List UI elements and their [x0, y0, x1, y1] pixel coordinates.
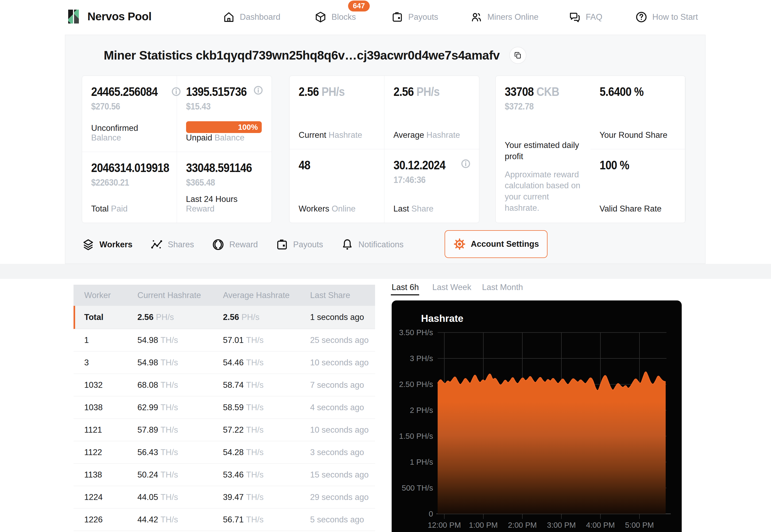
valid-share-rate-value: 100 % [600, 158, 629, 172]
y-axis-tick-label: 3.50 PH/s [399, 328, 433, 337]
x-axis-tick-label: 2:00 PM [508, 521, 537, 529]
round-share-value: 5.6400 % [600, 84, 644, 99]
y-axis-tick-label: 500 TH/s [402, 484, 433, 492]
question-icon [635, 11, 648, 23]
card-label: Workers Online [299, 204, 375, 214]
last-share-card: 30.12.2024 17:46:36 Last Share [384, 149, 479, 223]
last-24-hours-reward-usd: $365.48 [186, 177, 254, 188]
table-row: 103862.99TH/s58.59TH/s4 seconds ago [73, 396, 375, 419]
column-header-current-hashrate: Current Hashrate [137, 291, 223, 300]
chart-range-tab-last-week[interactable]: Last Week [432, 283, 471, 292]
chart-range-tab-last-6h[interactable]: Last 6h [392, 283, 419, 292]
round-share-card: 5.6400 % Your Round Share [591, 76, 686, 149]
table-row: 354.98TH/s54.46TH/s10 seconds ago [73, 351, 375, 374]
nav-item-dashboard[interactable]: Dashboard [223, 9, 281, 26]
table-row: 112256.43TH/s54.28TH/s3 seconds ago [73, 441, 375, 464]
table-header: Worker Current Hashrate Average Hashrate… [73, 285, 375, 306]
average-hashrate-card: 2.56 PH/s Average Hashrate [384, 76, 479, 149]
daily-profit-title: Your estimated daily profit [505, 140, 582, 162]
table-row: 122444.05TH/s39.47TH/s29 seconds ago [73, 486, 375, 508]
gear-icon [453, 238, 466, 251]
daily-profit-value: 33708 CKB [505, 84, 559, 99]
workers-online-value: 48 [299, 158, 310, 172]
table-row: 103268.08TH/s58.74TH/s7 seconds ago [73, 374, 375, 396]
chart-title: Hashrate [421, 313, 463, 324]
tab-reward[interactable]: Reward [212, 238, 258, 251]
card-label: Last 24 Hours Reward [186, 194, 263, 214]
unpaid-balance-card: 1395.515736 $15.43 100% Unpaid Balance [177, 76, 272, 152]
chart-range-tab-last-month[interactable]: Last Month [482, 283, 523, 292]
card-label: Unpaid Balance [186, 133, 263, 143]
card-label: Valid Share Rate [600, 204, 676, 214]
workers-table: Worker Current Hashrate Average Hashrate… [73, 285, 375, 531]
table-row-total: Total 2.56PH/s 2.56PH/s 1 seconds ago [73, 306, 375, 329]
worker-rows: 154.98TH/s57.01TH/s25 seconds ago354.98T… [73, 329, 375, 531]
wallet-icon [276, 238, 289, 251]
current-hashrate-card: 2.56 PH/s Current Hashrate [290, 76, 384, 149]
nav-item-faq[interactable]: FAQ [568, 9, 602, 26]
tab-notifications[interactable]: Notifications [341, 238, 404, 251]
info-icon[interactable] [253, 85, 264, 96]
unconfirmed-balance-card: 24465.256084 $270.56 Unconfirmed Balance [82, 76, 177, 152]
last-share-date: 30.12.2024 [394, 158, 445, 172]
card-label: Current Hashrate [299, 130, 375, 140]
tab-payouts[interactable]: Payouts [276, 238, 323, 251]
last-24-hours-reward-card: 33048.591146 $365.48 Last 24 Hours Rewar… [177, 152, 272, 223]
tab-workers[interactable]: Workers [82, 238, 132, 251]
brand-name: Nervos Pool [87, 10, 151, 23]
balance-cards: 24465.256084 $270.56 Unconfirmed Balance… [82, 76, 272, 223]
tab-account-settings[interactable]: Account Settings [445, 230, 547, 258]
card-label: Unconfirmed Balance [91, 123, 167, 143]
column-header-average-hashrate: Average Hashrate [223, 291, 310, 300]
x-axis-tick-label: 3:00 PM [547, 521, 576, 529]
y-axis-tick-label: 2.50 PH/s [399, 380, 433, 389]
nav-item-how-to-start[interactable]: How to Start [635, 9, 698, 26]
copy-address-button[interactable] [509, 47, 526, 64]
nav-item-miners-online[interactable]: Miners Online [470, 9, 538, 26]
nav-item-payouts[interactable]: Payouts [391, 9, 438, 26]
brand[interactable]: Nervos Pool [65, 8, 151, 25]
table-row: 113850.24TH/s53.46TH/s15 seconds ago [73, 464, 375, 486]
daily-profit-usd: $372.78 [505, 101, 572, 112]
reward-icon [212, 238, 225, 251]
share-cards: 5.6400 % Your Round Share 33708 CKB $372… [495, 76, 686, 223]
column-header-worker: Worker [84, 291, 137, 300]
unpaid-balance-usd: $15.43 [186, 101, 254, 112]
blocks-count-badge: 647 [348, 1, 370, 11]
workers-online-card: 48 Workers Online [290, 149, 384, 223]
unpaid-balance-value: 1395.515736 [186, 84, 247, 99]
chart-range-active-underline [391, 294, 419, 295]
cube-icon [314, 11, 327, 23]
card-label: Your Round Share [600, 130, 676, 140]
page-title: Miner Statistics ckb1qyqd739wn25hq8q6v…c… [104, 48, 500, 62]
column-header-last-share: Last Share [310, 291, 375, 300]
x-axis-tick-label: 5:00 PM [625, 521, 654, 529]
miners-icon [470, 11, 482, 23]
top-nav: Nervos Pool Dashboard Blocks 647 Payout [0, 0, 771, 35]
info-icon[interactable] [460, 158, 471, 169]
section-tabs: Workers Shares [82, 230, 421, 259]
copy-icon [514, 51, 522, 59]
x-axis-tick-label: 1:00 PM [469, 521, 498, 529]
daily-profit-description: Approximate reward calculation based on … [505, 169, 582, 214]
tab-shares[interactable]: Shares [150, 238, 194, 251]
hashrate-cards: 2.56 PH/s Current Hashrate 2.56 PH/s Ave… [289, 76, 479, 223]
nervos-logo-icon [65, 8, 82, 25]
nav-item-blocks[interactable]: Blocks [314, 9, 356, 26]
card-label: Average Hashrate [394, 130, 470, 140]
shares-icon [150, 238, 163, 251]
table-row: 112157.89TH/s57.22TH/s10 seconds ago [73, 419, 375, 441]
wallet-icon [391, 11, 403, 23]
unpaid-progress-bar: 100% [186, 121, 262, 133]
total-paid-usd: $22630.21 [91, 177, 158, 188]
y-axis-tick-label: 1 PH/s [410, 458, 433, 466]
x-axis-tick-label: 12:00 PM [428, 521, 461, 529]
y-axis-tick-label: 1.50 PH/s [399, 432, 433, 440]
table-row: 122644.42TH/s56.71TH/s5 seconds ago [73, 508, 375, 531]
total-paid-card: 2046314.019918 $22630.21 Total Paid [82, 152, 177, 223]
last-share-time: 17:46:36 [394, 174, 461, 185]
y-axis-tick-label: 0 [429, 510, 433, 518]
miner-statistics-panel: Miner Statistics ckb1qyqd739wn25hq8q6v…c… [65, 35, 706, 264]
layers-icon [82, 238, 95, 251]
chat-icon [568, 11, 581, 23]
